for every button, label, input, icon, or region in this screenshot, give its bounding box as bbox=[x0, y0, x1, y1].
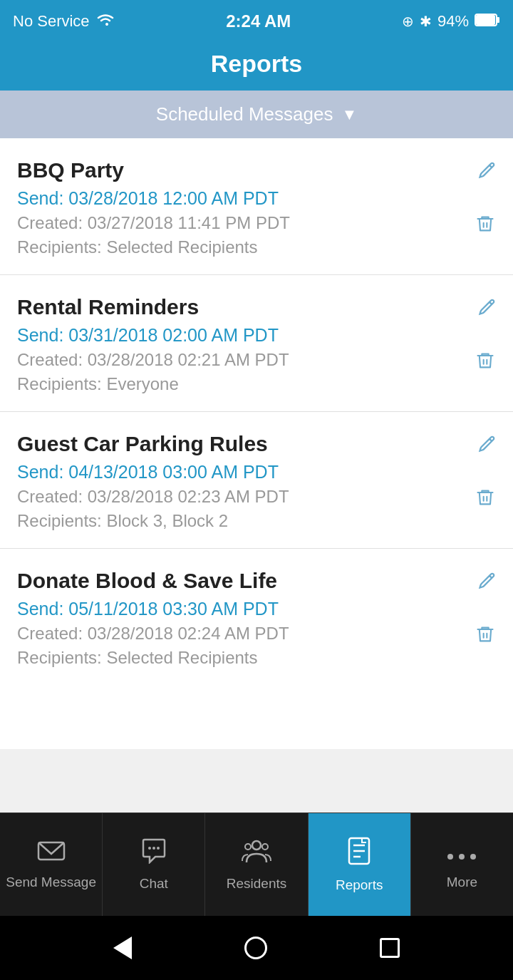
back-button[interactable] bbox=[113, 937, 132, 959]
nav-more[interactable]: More bbox=[411, 813, 513, 916]
status-bar: No Service 2:24 AM ⊕ ✱ 94% bbox=[0, 0, 513, 43]
item-actions bbox=[475, 295, 496, 376]
wifi-icon bbox=[95, 12, 115, 31]
location-icon: ⊕ bbox=[402, 13, 414, 30]
nav-more-label: More bbox=[447, 875, 477, 890]
svg-point-14 bbox=[447, 854, 453, 860]
item-recipients: Recipients: Selected Recipients bbox=[17, 237, 475, 257]
list-item: Donate Blood & Save Life Send: 05/11/201… bbox=[0, 549, 513, 685]
chat-icon bbox=[140, 838, 168, 870]
delete-button[interactable] bbox=[475, 487, 495, 513]
nav-chat[interactable]: Chat bbox=[103, 813, 205, 916]
page-title: Reports bbox=[211, 50, 302, 77]
item-recipients: Recipients: Block 3, Block 2 bbox=[17, 511, 475, 531]
scheduled-banner[interactable]: Scheduled Messages ▼ bbox=[0, 91, 513, 138]
nav-reports-label: Reports bbox=[336, 877, 383, 893]
edit-button[interactable] bbox=[475, 161, 496, 187]
svg-point-9 bbox=[262, 844, 268, 850]
content-spacer bbox=[0, 749, 513, 813]
svg-point-6 bbox=[157, 847, 160, 850]
svg-rect-2 bbox=[476, 15, 495, 25]
item-created-date: Created: 03/27/2018 11:41 PM PDT bbox=[17, 213, 475, 233]
item-details: Donate Blood & Save Life Send: 05/11/201… bbox=[17, 569, 475, 668]
svg-point-7 bbox=[252, 841, 261, 850]
scheduled-banner-label: Scheduled Messages bbox=[156, 103, 333, 125]
status-time: 2:24 AM bbox=[226, 11, 291, 31]
svg-point-5 bbox=[152, 847, 155, 850]
item-details: BBQ Party Send: 03/28/2018 12:00 AM PDT … bbox=[17, 158, 475, 257]
status-right: ⊕ ✱ 94% bbox=[402, 12, 500, 31]
item-details: Rental Reminders Send: 03/31/2018 02:00 … bbox=[17, 295, 475, 394]
more-icon bbox=[446, 839, 477, 869]
edit-button[interactable] bbox=[475, 572, 496, 598]
item-send-date: Send: 03/28/2018 12:00 AM PDT bbox=[17, 188, 475, 209]
nav-residents[interactable]: Residents bbox=[205, 813, 308, 916]
carrier-text: No Service bbox=[13, 12, 90, 31]
svg-point-16 bbox=[470, 854, 476, 860]
edit-button[interactable] bbox=[475, 435, 496, 461]
item-actions bbox=[475, 569, 496, 650]
item-created-date: Created: 03/28/2018 02:23 AM PDT bbox=[17, 487, 475, 507]
status-left: No Service bbox=[13, 12, 115, 31]
item-created-date: Created: 03/28/2018 02:21 AM PDT bbox=[17, 350, 475, 370]
delete-button[interactable] bbox=[475, 213, 495, 239]
battery-text: 94% bbox=[437, 12, 469, 31]
item-created-date: Created: 03/28/2018 02:24 AM PDT bbox=[17, 624, 475, 644]
item-send-date: Send: 04/13/2018 03:00 AM PDT bbox=[17, 462, 475, 483]
nav-send-message[interactable]: Send Message bbox=[0, 813, 103, 916]
item-title: Guest Car Parking Rules bbox=[17, 432, 475, 456]
home-button[interactable] bbox=[244, 937, 267, 959]
svg-point-4 bbox=[148, 847, 151, 850]
item-actions bbox=[475, 432, 496, 513]
nav-chat-label: Chat bbox=[140, 876, 168, 892]
nav-send-message-label: Send Message bbox=[6, 875, 96, 890]
item-actions bbox=[475, 158, 496, 239]
svg-point-15 bbox=[459, 854, 465, 860]
item-recipients: Recipients: Everyone bbox=[17, 374, 475, 394]
svg-rect-1 bbox=[497, 17, 499, 23]
list-item: Rental Reminders Send: 03/31/2018 02:00 … bbox=[0, 275, 513, 412]
dropdown-arrow-icon: ▼ bbox=[341, 105, 357, 124]
item-details: Guest Car Parking Rules Send: 04/13/2018… bbox=[17, 432, 475, 531]
android-nav-bar bbox=[0, 916, 513, 980]
delete-button[interactable] bbox=[475, 350, 495, 376]
bottom-navigation: Send Message Chat Residents bbox=[0, 813, 513, 916]
send-message-icon bbox=[37, 839, 66, 869]
item-title: Rental Reminders bbox=[17, 295, 475, 319]
recent-apps-button[interactable] bbox=[380, 938, 400, 958]
item-send-date: Send: 05/11/2018 03:30 AM PDT bbox=[17, 599, 475, 619]
bluetooth-icon: ✱ bbox=[420, 13, 432, 30]
residents-icon bbox=[241, 838, 272, 870]
messages-list: BBQ Party Send: 03/28/2018 12:00 AM PDT … bbox=[0, 138, 513, 749]
nav-reports[interactable]: Reports bbox=[309, 813, 411, 916]
list-item: Guest Car Parking Rules Send: 04/13/2018… bbox=[0, 412, 513, 549]
nav-residents-label: Residents bbox=[227, 876, 287, 892]
item-send-date: Send: 03/31/2018 02:00 AM PDT bbox=[17, 325, 475, 346]
delete-button[interactable] bbox=[475, 624, 495, 650]
item-title: BBQ Party bbox=[17, 158, 475, 182]
list-item: BBQ Party Send: 03/28/2018 12:00 AM PDT … bbox=[0, 138, 513, 275]
svg-point-8 bbox=[245, 844, 251, 850]
edit-button[interactable] bbox=[475, 298, 496, 324]
item-title: Donate Blood & Save Life bbox=[17, 569, 475, 593]
item-recipients: Recipients: Selected Recipients bbox=[17, 648, 475, 668]
battery-icon bbox=[475, 12, 500, 31]
reports-icon bbox=[346, 837, 372, 872]
page-header: Reports bbox=[0, 43, 513, 91]
